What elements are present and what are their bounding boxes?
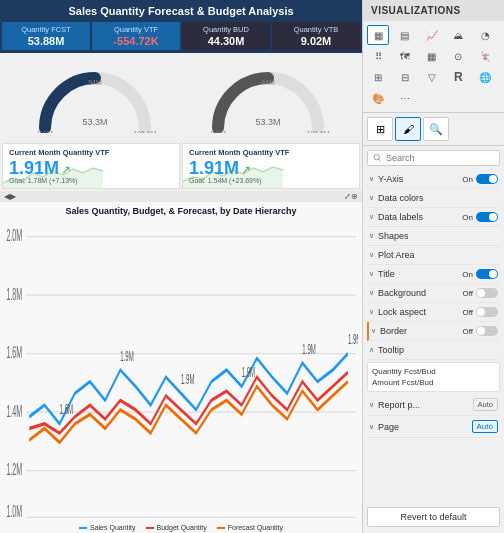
toggle-data-labels-switch[interactable] [476,212,498,222]
legend-label-budget: Budget Quantity [157,524,207,531]
viz-icon-area[interactable]: ⛰ [447,25,469,45]
tool-analytics[interactable]: 🔍 [423,117,449,141]
prop-label-data-labels: Data labels [378,212,423,222]
viz-header: VISUALIZATIONS [363,0,504,21]
chevron-lock-aspect: ∨ [369,308,374,316]
viz-icon-table[interactable]: ⊞ [367,67,389,87]
legend-dot-forecast [217,527,225,529]
toggle-lock-aspect[interactable]: Off [462,307,498,317]
prop-label-shapes: Shapes [378,231,409,241]
viz-tools: ⊞ 🖌 🔍 [363,113,504,146]
chevron-y-axis: ∨ [369,175,374,183]
vtf-card-1: Current Month Quantity VTF 1.91M ↗ Goal:… [2,143,180,189]
viz-icon-more[interactable]: ⋯ [394,88,416,108]
toggle-label-y-axis: On [462,175,473,184]
prop-y-axis[interactable]: ∨ Y-Axis On [367,170,500,189]
toggle-data-labels[interactable]: On [462,212,498,222]
prop-data-colors[interactable]: ∨ Data colors [367,189,500,208]
vtf-focus-btn[interactable]: ⊕ [351,192,358,201]
prop-label-page: Page [378,422,399,432]
viz-icon-paint[interactable]: 🎨 [367,88,389,108]
svg-text:1.4M: 1.4M [6,402,22,420]
svg-text:1.0M: 1.0M [6,503,22,521]
left-panel: Sales Quantity Forecast & Budget Analysi… [0,0,362,533]
viz-icon-card[interactable]: 🃏 [474,46,496,66]
svg-text:94M: 94M [88,79,102,86]
toggle-label-border: Off [462,327,473,336]
vtf-play-btn[interactable]: ▶ [10,192,16,201]
tooltip-item-2: Amount Fcst/Bud [372,377,495,388]
viz-icon-funnel[interactable]: ▽ [421,67,443,87]
prop-label-title: Title [378,269,395,279]
properties-list: ∨ Y-Axis On ∨ Data colors ∨ Data labels … [363,170,504,501]
prop-border[interactable]: ∨ Border Off [367,322,500,341]
viz-icon-matrix[interactable]: ⊟ [394,67,416,87]
toggle-border[interactable]: Off [462,326,498,336]
kpi-value-bud: 44.30M [184,35,268,47]
viz-icon-globe[interactable]: 🌐 [474,67,496,87]
viz-icon-treemap[interactable]: ▦ [421,46,443,66]
search-box[interactable] [367,150,500,166]
toggle-title[interactable]: On [462,269,498,279]
viz-icon-scatter[interactable]: ⠿ [367,46,389,66]
page-dropdown[interactable]: Auto [472,420,498,433]
viz-icon-col[interactable]: ▤ [394,25,416,45]
legend-dot-budget [146,527,154,529]
kpi-value-vtf: -554.72K [94,35,178,47]
svg-point-31 [374,155,379,160]
prop-plot-area[interactable]: ∨ Plot Area [367,246,500,265]
gauge-row: 53.3M 0.0M 106.6M 94M 53.3M 0.0M 106.6M … [0,53,362,143]
prop-tooltip[interactable]: ∧ Tooltip [367,341,500,360]
tool-format[interactable]: 🖌 [395,117,421,141]
legend-forecast: Forecast Quantity [217,524,283,531]
toggle-title-switch[interactable] [476,269,498,279]
prop-title[interactable]: ∨ Title On [367,265,500,284]
kpi-card-vtf: Quantity VTF -554.72K [92,22,180,50]
chevron-report-p: ∨ [369,401,374,409]
vtf-expand-btn[interactable]: ⤢ [344,192,351,201]
toggle-background[interactable]: Off [462,288,498,298]
viz-icon-gauge[interactable]: ⊙ [447,46,469,66]
main-chart-title: Sales Quantity Forecast & Budget Analysi… [0,0,362,22]
search-input[interactable] [386,153,494,163]
prop-label-report-p: Report p... [378,400,420,410]
prop-page[interactable]: ∨ Page Auto [367,416,500,438]
prop-label-y-axis: Y-Axis [378,174,403,184]
viz-icon-bar[interactable]: ▦ [367,25,389,45]
kpi-card-vtb: Quantity VTB 9.02M [272,22,360,50]
svg-text:106.6M: 106.6M [133,130,157,133]
svg-text:1.9M: 1.9M [120,348,133,364]
chevron-tooltip: ∧ [369,346,374,354]
svg-text:1.8M: 1.8M [6,286,22,304]
viz-icon-r[interactable]: R [447,67,469,87]
tooltip-section: Quantity Fcst/Bud Amount Fcst/Bud [367,362,500,392]
toggle-lock-aspect-switch[interactable] [476,307,498,317]
toggle-border-switch[interactable] [476,326,498,336]
viz-icon-line[interactable]: 📈 [421,25,443,45]
viz-icon-pie[interactable]: ◔ [474,25,496,45]
kpi-label-fcst: Quantity FCST [4,25,88,34]
svg-text:1.9M: 1.9M [242,364,255,380]
toggle-background-switch[interactable] [476,288,498,298]
toggle-y-axis-switch[interactable] [476,174,498,184]
chevron-data-colors: ∨ [369,194,374,202]
viz-icon-map[interactable]: 🗺 [394,46,416,66]
svg-text:53.3M: 53.3M [82,117,107,127]
prop-label-border: Border [380,326,407,336]
svg-text:1.6M: 1.6M [60,401,73,417]
chevron-shapes: ∨ [369,232,374,240]
revert-button[interactable]: Revert to default [367,507,500,527]
legend-budget: Budget Quantity [146,524,207,531]
report-auto-badge: Auto [473,398,498,411]
prop-background[interactable]: ∨ Background Off [367,284,500,303]
line-chart-svg: 2.0M 1.8M 1.6M 1.4M 1.2M 1.0M 2007 2008 … [4,218,358,522]
prop-lock-aspect[interactable]: ∨ Lock aspect Off [367,303,500,322]
prop-label-lock-aspect: Lock aspect [378,307,426,317]
tool-fields[interactable]: ⊞ [367,117,393,141]
prop-shapes[interactable]: ∨ Shapes [367,227,500,246]
chevron-page: ∨ [369,423,374,431]
kpi-value-fcst: 53.88M [4,35,88,47]
prop-report-p[interactable]: ∨ Report p... Auto [367,394,500,416]
toggle-y-axis[interactable]: On [462,174,498,184]
prop-data-labels[interactable]: ∨ Data labels On [367,208,500,227]
